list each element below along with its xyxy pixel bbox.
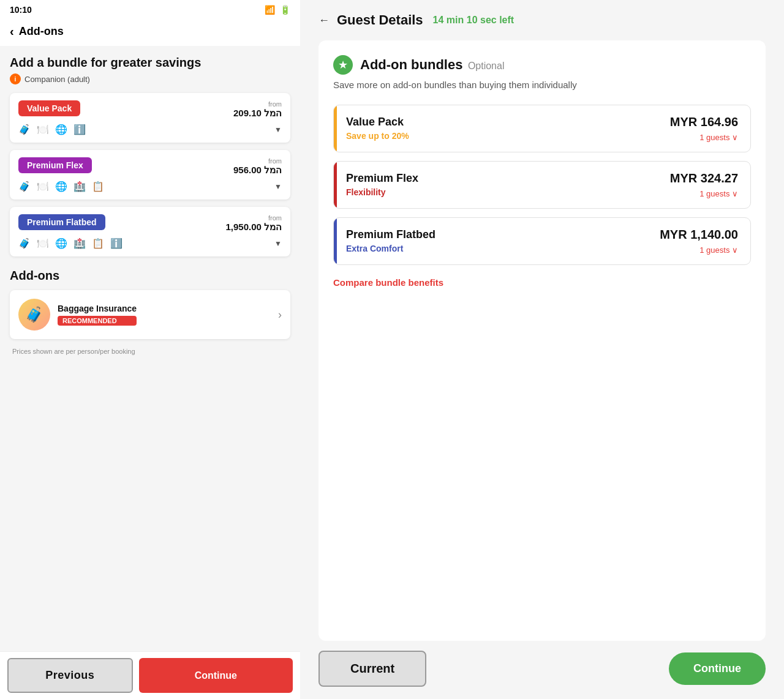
right-bundle-value-sub: Save up to 20% [346,131,409,141]
addon-recommended-tag: RECOMMENDED [58,316,137,326]
companion-info: i Companion (adult) [10,73,290,84]
bundle-tag-premium-flex: Premium Flex [18,157,92,173]
addons-section: Add-ons 🧳 Baggage Insurance RECOMMENDED … [10,269,290,355]
right-bundle-flat-price: MYR 1,140.00 [660,228,738,242]
medical-icon-1: 🏥 [74,181,86,192]
right-bundle-value-name: Value Pack [346,116,409,129]
right-header: ← Guest Details 14 min 10 sec left [318,12,766,28]
wifi-icon-2: 🌐 [55,237,67,249]
bundle-card-premium-flat[interactable]: Premium Flatbed from 1,950.00 המל 🧳 🍽️ 🌐… [10,207,290,256]
meal-icon-1: 🍽️ [37,181,49,192]
left-panel: 10:10 📶 🔋 ‹ Add-ons Add a bundle for gre… [0,0,300,699]
right-bundle-flat-guests[interactable]: 1 guests ∨ [660,245,738,255]
companion-icon: i [10,73,21,84]
dropdown-arrow-2[interactable]: ▼ [274,239,282,248]
status-bar: 10:10 📶 🔋 [0,0,300,20]
bundle-price-value: from 209.10 המל [233,100,282,119]
right-footer: Current Continue [318,641,766,687]
price-value-0: 209.10 המל [233,108,282,119]
right-card: ★ Add-on bundles Optional Save more on a… [318,40,766,641]
bundle-icons-1: 🧳 🍽️ 🌐 🏥 📋 ▼ [18,181,282,192]
bundle-price-premium-flat: from 1,950.00 המל [225,214,282,233]
right-bundle-value-price: MYR 164.96 [670,115,738,129]
card-subtitle: Save more on add-on bundles than buying … [333,78,751,92]
left-nav-title: Add-ons [19,25,64,38]
info-icon: ℹ️ [74,124,86,135]
back-arrow-icon[interactable]: ‹ [10,24,14,39]
medical-icon-2: 🏥 [74,237,86,249]
bundle-icons-0: 🧳 🍽️ 🌐 ℹ️ ▼ [18,124,282,135]
card-header: ★ Add-on bundles Optional [333,55,751,75]
card-optional-label: Optional [468,61,505,71]
addon-baggage-icon: 🧳 [18,299,50,331]
current-button[interactable]: Current [318,651,426,687]
right-bundle-value-guests[interactable]: 1 guests ∨ [670,133,738,142]
companion-text: Companion (adult) [24,75,90,84]
time-display: 10:10 [10,5,32,15]
wifi-icon-1: 🌐 [55,181,67,192]
wifi-icon: 🌐 [55,124,67,135]
price-label-2: from [225,214,282,222]
bundle-price-premium-flex: from 956.00 המל [233,157,282,176]
disclaimer-text: Prices shown are per person/per booking [10,348,290,355]
doc-icon-1: 📋 [92,181,104,192]
battery-icon: 🔋 [280,5,290,15]
timer-display: 14 min 10 sec left [433,15,514,26]
previous-button[interactable]: Previous [7,658,133,693]
price-value-1: 956.00 המל [233,165,282,176]
dropdown-arrow-1[interactable]: ▼ [274,182,282,191]
luggage-icon-1: 🧳 [18,181,31,192]
card-title: Add-on bundles [360,57,462,72]
left-footer: Previous Continue [0,651,300,699]
right-bundle-flat-name: Premium Flatbed [346,228,435,241]
addon-name: Baggage Insurance [58,304,137,313]
right-bundle-premium-flex[interactable]: Premium Flex Flexibility MYR 324.27 1 gu… [333,161,751,209]
luggage-icon-2: 🧳 [18,237,31,249]
addon-chevron-icon[interactable]: › [278,308,282,321]
left-content: Add a bundle for greater savings i Compa… [0,46,300,651]
right-bundle-premium-flat[interactable]: Premium Flatbed Extra Comfort MYR 1,140.… [333,217,751,265]
price-label-0: from [233,100,282,108]
right-bundle-flex-price: MYR 324.27 [670,171,738,185]
info-icon-2: ℹ️ [110,237,123,249]
bundle-icons-2: 🧳 🍽️ 🌐 🏥 📋 ℹ️ ▼ [18,237,282,249]
price-value-2: 1,950.00 המל [225,222,282,233]
continue-button-left[interactable]: Continue [139,658,293,693]
addons-title: Add-ons [10,269,290,283]
compare-bundle-link[interactable]: Compare bundle benefits [333,277,751,288]
star-icon: ★ [333,55,353,75]
bundle-tag-premium-flat: Premium Flatbed [18,214,105,230]
signal-icon: 📶 [265,5,275,15]
bundle-card-premium-flex[interactable]: Premium Flex from 956.00 המל 🧳 🍽️ 🌐 🏥 📋 … [10,150,290,200]
right-bundle-flex-guests[interactable]: 1 guests ∨ [670,189,738,198]
continue-button-right[interactable]: Continue [669,652,766,685]
price-label-1: from [233,157,282,165]
right-page-title: Guest Details [337,12,423,28]
right-bundle-flex-name: Premium Flex [346,172,418,185]
right-bundle-value[interactable]: Value Pack Save up to 20% MYR 164.96 1 g… [333,105,751,152]
bundle-tag-value: Value Pack [18,100,80,116]
right-back-arrow-icon[interactable]: ← [318,14,330,27]
right-bundle-flat-sub: Extra Comfort [346,244,435,253]
meal-icon-2: 🍽️ [37,237,49,249]
luggage-icon: 🧳 [18,124,31,135]
right-panel: ← Guest Details 14 min 10 sec left ★ Add… [300,0,784,699]
addon-card-baggage[interactable]: 🧳 Baggage Insurance RECOMMENDED › [10,290,290,339]
meal-icon: 🍽️ [37,124,49,135]
bundle-card-value[interactable]: Value Pack from 209.10 המל 🧳 🍽️ 🌐 ℹ️ ▼ [10,93,290,143]
left-nav-header: ‹ Add-ons [0,20,300,46]
doc-icon-2: 📋 [92,237,104,249]
left-section-title: Add a bundle for greater savings [10,56,290,70]
dropdown-arrow-0[interactable]: ▼ [274,125,282,134]
right-bundle-flex-sub: Flexibility [346,187,418,197]
